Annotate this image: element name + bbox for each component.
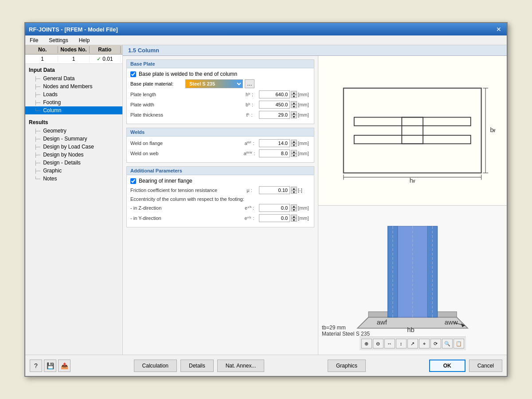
- weld-flange-symbol: aᵂᶠ :: [242, 141, 257, 146]
- friction-input[interactable]: [259, 186, 290, 194]
- sidebar-item-nodes-members[interactable]: ├─ Nodes and Members: [25, 82, 122, 90]
- preview-bottom: awf aww hb tb=29 mm Material Steel S 235: [318, 206, 507, 355]
- col-no: No.: [27, 46, 58, 53]
- cell-no: 1: [27, 55, 58, 63]
- material-select[interactable]: Steel S 235: [185, 79, 243, 88]
- y-spin-down[interactable]: ▼: [291, 218, 297, 222]
- col-nodes: Nodes No.: [58, 46, 89, 53]
- ok-button[interactable]: OK: [429, 360, 466, 372]
- input-data-group[interactable]: Input Data: [25, 66, 122, 74]
- sidebar-item-design-summary[interactable]: ├─ Design - Summary: [25, 135, 122, 143]
- plate-width-input[interactable]: [259, 101, 290, 109]
- plate-width-spin-down[interactable]: ▼: [291, 105, 297, 108]
- preview-info-line1: tb=29 mm: [322, 325, 370, 331]
- sidebar-item-graphic[interactable]: ├─ Graphic: [25, 167, 122, 175]
- weld-web-input[interactable]: [259, 149, 290, 157]
- svg-rect-1: [354, 117, 471, 125]
- tool-reset[interactable]: ⟳: [430, 339, 441, 348]
- calculation-button[interactable]: Calculation: [134, 360, 177, 372]
- weld-web-unit: [mm]: [298, 151, 310, 156]
- nat-annex-button[interactable]: Nat. Annex...: [217, 360, 265, 372]
- weld-flange-spin-down[interactable]: ▼: [291, 143, 297, 147]
- sidebar-item-general-data[interactable]: ├─ General Data: [25, 74, 122, 82]
- form-panel: Base Plate Base plate is welded to the e…: [123, 56, 318, 355]
- plate-width-label: Plate width: [130, 102, 240, 107]
- svg-text:awf: awf: [377, 318, 387, 326]
- plate-length-spin-down[interactable]: ▼: [291, 94, 297, 98]
- tool-center[interactable]: ⌖: [419, 339, 430, 348]
- svg-rect-2: [402, 117, 423, 144]
- z-symbol: eˣʰ :: [242, 205, 257, 211]
- svg-text:hᵲ: hᵲ: [410, 176, 415, 184]
- tool-magnify[interactable]: 🔍: [442, 339, 453, 348]
- material-label: Base plate material:: [130, 81, 184, 86]
- sidebar-item-design-nodes[interactable]: ├─ Design by Nodes: [25, 151, 122, 159]
- tool-zoom-out[interactable]: ⊖: [373, 339, 383, 348]
- friction-row: Friction coefficient for tension resista…: [130, 186, 310, 194]
- weld-web-spin-down[interactable]: ▼: [291, 153, 297, 157]
- cancel-button[interactable]: Cancel: [469, 360, 502, 372]
- plate-length-row: Plate length hᵇ : ▲ ▼ [mm]: [130, 90, 310, 98]
- tool-rotate[interactable]: ↗: [407, 339, 418, 348]
- z-spin-down[interactable]: ▼: [291, 208, 297, 211]
- base-plate-checkbox-label: Base plate is welded to the end of colum…: [139, 71, 237, 77]
- plate-length-input[interactable]: [259, 90, 290, 98]
- eccentricity-label: Eccentricity of the column with respect …: [130, 196, 310, 202]
- sidebar-item-notes[interactable]: └─ Notes: [25, 175, 122, 183]
- weld-flange-row: Weld on flange aᵂᶠ : ▲ ▼ [mm]: [130, 139, 310, 147]
- svg-text:bᵲ: bᵲ: [490, 126, 496, 133]
- cell-status: ✓ 0.01: [90, 55, 121, 63]
- plate-thickness-symbol: tᵇ :: [242, 112, 257, 118]
- friction-spin-up[interactable]: ▲: [291, 187, 297, 190]
- details-button[interactable]: Details: [180, 360, 214, 372]
- tool-copy[interactable]: 📋: [454, 339, 464, 348]
- plate-length-spin-up[interactable]: ▲: [291, 91, 297, 94]
- title-bar: RF-JOINTS - [RFEM - Model File] ✕: [25, 23, 507, 35]
- y-direction-input[interactable]: [259, 214, 290, 222]
- sidebar-item-footing[interactable]: ├─ Footing: [25, 98, 122, 106]
- menu-help[interactable]: Help: [76, 36, 93, 44]
- plate-thickness-input[interactable]: [259, 111, 290, 119]
- tool-zoom-in[interactable]: ⊕: [361, 339, 372, 348]
- sidebar-item-geometry[interactable]: ├─ Geometry: [25, 127, 122, 135]
- welds-group: Welds Weld on flange aᵂᶠ : ▲ ▼: [126, 128, 314, 163]
- material-browse-button[interactable]: …: [245, 79, 254, 88]
- plate-thickness-unit: [mm]: [298, 112, 310, 117]
- weld-web-spin-up[interactable]: ▲: [291, 150, 297, 153]
- base-plate-title: Base Plate: [127, 60, 314, 68]
- plate-thickness-spin-up[interactable]: ▲: [291, 111, 297, 115]
- friction-spin-down[interactable]: ▼: [291, 190, 297, 194]
- menu-settings[interactable]: Settings: [46, 36, 70, 44]
- plate-thickness-spin-down[interactable]: ▼: [291, 115, 297, 118]
- bearing-checkbox[interactable]: [130, 178, 136, 184]
- z-direction-input[interactable]: [259, 204, 290, 212]
- additional-title: Additional Parameters: [127, 167, 314, 175]
- sidebar-item-column[interactable]: └─ Column: [25, 106, 122, 114]
- results-group[interactable]: Results: [25, 118, 122, 127]
- input-tree: Input Data ├─ General Data ├─ Nodes and …: [25, 64, 122, 116]
- sidebar-item-design-details[interactable]: ├─ Design - Details: [25, 159, 122, 167]
- weld-flange-input[interactable]: [259, 139, 290, 147]
- close-button[interactable]: ✕: [494, 25, 503, 34]
- plate-thickness-row: Plate thickness tᵇ : ▲ ▼ [mm]: [130, 111, 310, 119]
- plate-width-spin-up[interactable]: ▲: [291, 101, 297, 105]
- weld-flange-spin-up[interactable]: ▲: [291, 140, 297, 143]
- material-row: Base plate material: Steel S 235 …: [130, 79, 310, 88]
- tool-pan-h[interactable]: ↔: [384, 339, 395, 348]
- svg-text:aww: aww: [445, 318, 458, 326]
- sidebar-item-design-load-case[interactable]: ├─ Design by Load Case: [25, 143, 122, 151]
- graphics-button[interactable]: Graphics: [328, 360, 366, 372]
- save-button[interactable]: 💾: [44, 360, 56, 372]
- export-button[interactable]: 📤: [58, 360, 70, 372]
- base-plate-checkbox[interactable]: [130, 71, 136, 77]
- table-row[interactable]: 1 1 ✓ 0.01: [25, 55, 122, 64]
- weld-flange-label: Weld on flange: [130, 141, 240, 146]
- y-spin-up[interactable]: ▲: [291, 215, 297, 218]
- help-button[interactable]: ?: [30, 360, 42, 372]
- tool-pan-v[interactable]: ↕: [396, 339, 407, 348]
- menu-file[interactable]: File: [27, 36, 41, 44]
- weld-web-label: Weld on web: [130, 151, 240, 156]
- friction-symbol: μ :: [242, 188, 257, 193]
- z-spin-up[interactable]: ▲: [291, 204, 297, 208]
- sidebar-item-loads[interactable]: ├─ Loads: [25, 90, 122, 98]
